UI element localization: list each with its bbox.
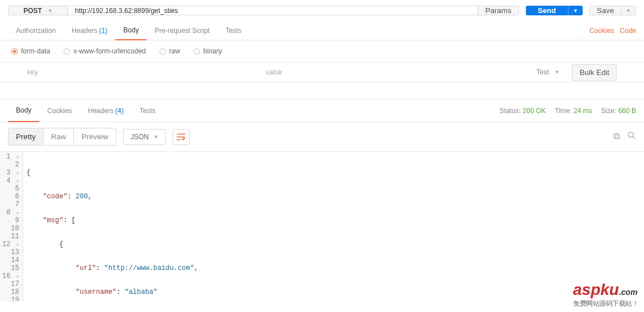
send-button[interactable]: Send	[526, 6, 568, 15]
kv-key-input[interactable]: key	[27, 68, 266, 76]
status-block: Status: 200 OK	[500, 107, 546, 115]
response-toolbar-right: ⧉	[613, 131, 636, 142]
time-label: Time:	[555, 107, 572, 115]
code-token: "code"	[43, 193, 67, 201]
url-input[interactable]	[68, 6, 478, 15]
request-bar: POST ▼ Params Send ▼ Save ▼	[0, 0, 644, 21]
radio-urlencoded[interactable]: x-www-form-urlencoded	[64, 47, 145, 55]
http-method-label: POST	[23, 7, 42, 15]
status-label: Status:	[500, 107, 521, 115]
kv-value-input[interactable]: value	[266, 68, 536, 76]
radio-icon	[160, 48, 166, 55]
tab-headers[interactable]: Headers (1)	[64, 21, 115, 40]
chevron-down-icon: ▼	[153, 134, 158, 140]
resp-tab-tests[interactable]: Tests	[132, 99, 164, 122]
radio-raw-label: raw	[169, 47, 180, 55]
radio-binary[interactable]: binary	[194, 47, 222, 55]
resp-tab-headers[interactable]: Headers (4)	[80, 99, 132, 122]
format-label: JSON	[131, 133, 149, 141]
view-raw-button[interactable]: Raw	[44, 128, 74, 145]
send-group: Send ▼	[526, 6, 583, 15]
code-token: "username"	[76, 288, 116, 296]
radio-icon	[194, 48, 200, 55]
tab-tests[interactable]: Tests	[218, 21, 249, 40]
radio-icon	[64, 48, 70, 55]
response-status-info: Status: 200 OK Time: 24 ms Size: 660 B	[500, 107, 636, 115]
code-token: {	[27, 169, 31, 177]
size-value: 660 B	[618, 107, 636, 115]
tab-headers-label: Headers	[72, 27, 97, 35]
copy-button[interactable]: ⧉	[613, 131, 620, 142]
view-mode-group: Pretty Raw Preview	[8, 128, 116, 145]
kv-spacer	[0, 82, 644, 99]
code-token: "http://www.baidu.com"	[104, 264, 194, 272]
watermark-brand: aspku	[573, 281, 619, 298]
radio-form-data[interactable]: form-data	[11, 47, 50, 55]
resp-tab-headers-label: Headers	[88, 107, 114, 115]
tabs-right-links: Cookies Code	[589, 27, 636, 35]
kv-header-row: key value Text ▼ Bulk Edit	[0, 62, 644, 82]
save-dropdown-button[interactable]: ▼	[621, 6, 636, 15]
code-token: 200	[76, 193, 88, 201]
http-method-select[interactable]: POST ▼	[8, 6, 68, 15]
wrap-lines-button[interactable]	[173, 129, 190, 145]
code-token: "albaba"	[124, 288, 157, 296]
code-content[interactable]: { "code": 200, "msg": [ { "url": "http:/…	[23, 152, 202, 301]
tab-authorization[interactable]: Authorization	[8, 21, 64, 40]
save-group: Save ▼	[589, 6, 636, 15]
save-button[interactable]: Save	[589, 6, 621, 15]
tab-headers-count: (1)	[99, 27, 107, 35]
watermark: aspku.com 免费网站源码下载站！	[573, 281, 638, 309]
cookies-link[interactable]: Cookies	[589, 27, 614, 35]
view-preview-button[interactable]: Preview	[74, 128, 115, 145]
watermark-subtitle: 免费网站源码下载站！	[573, 299, 638, 309]
bulk-edit-button[interactable]: Bulk Edit	[572, 64, 617, 81]
wrap-icon	[177, 134, 186, 140]
response-toolbar: Pretty Raw Preview JSON ▼ ⧉	[0, 122, 644, 151]
kv-type-label: Text	[536, 68, 549, 76]
tab-body[interactable]: Body	[115, 21, 147, 40]
watermark-tld: .com	[619, 288, 638, 297]
radio-form-data-label: form-data	[21, 47, 50, 55]
code-token: "msg"	[43, 217, 63, 224]
search-button[interactable]	[628, 131, 636, 142]
tab-prerequest[interactable]: Pre-request Script	[147, 21, 218, 40]
resp-tab-body[interactable]: Body	[8, 99, 39, 122]
chevron-down-icon: ▼	[626, 8, 631, 14]
body-type-selector: form-data x-www-form-urlencoded raw bina…	[0, 40, 644, 62]
code-link[interactable]: Code	[620, 27, 636, 35]
request-tabs: Authorization Headers (1) Body Pre-reque…	[0, 21, 644, 40]
radio-urlencoded-label: x-www-form-urlencoded	[73, 47, 145, 55]
params-button[interactable]: Params	[478, 6, 519, 15]
radio-binary-label: binary	[203, 47, 222, 55]
code-token: "url"	[76, 264, 96, 272]
chevron-down-icon: ▼	[554, 69, 559, 75]
svg-line-1	[633, 137, 635, 139]
radio-icon	[11, 48, 18, 55]
size-label: Size:	[601, 107, 617, 115]
search-icon	[628, 131, 636, 140]
view-pretty-button[interactable]: Pretty	[9, 128, 44, 145]
svg-point-0	[629, 132, 634, 138]
status-value: 200 OK	[522, 107, 546, 115]
kv-type-select[interactable]: Text ▼	[536, 68, 559, 76]
size-block: Size: 660 B	[601, 107, 636, 115]
response-body: 1 ▾ 2 3 ▾ 4 ▾ 5 6 7 8 ▾ 9 10 11 12 ▾ 13 …	[0, 151, 644, 301]
time-value: 24 ms	[574, 107, 592, 115]
format-select[interactable]: JSON ▼	[123, 129, 166, 145]
radio-raw[interactable]: raw	[160, 47, 180, 55]
chevron-down-icon: ▼	[573, 8, 578, 14]
chevron-down-icon: ▼	[48, 8, 53, 14]
response-tabs: Body Cookies Headers (4) Tests Status: 2…	[0, 99, 644, 122]
line-gutter: 1 ▾ 2 3 ▾ 4 ▾ 5 6 7 8 ▾ 9 10 11 12 ▾ 13 …	[0, 152, 23, 301]
resp-tab-cookies[interactable]: Cookies	[39, 99, 80, 122]
time-block: Time: 24 ms	[555, 107, 592, 115]
send-dropdown-button[interactable]: ▼	[568, 6, 583, 15]
resp-tab-headers-count: (4)	[115, 107, 124, 115]
